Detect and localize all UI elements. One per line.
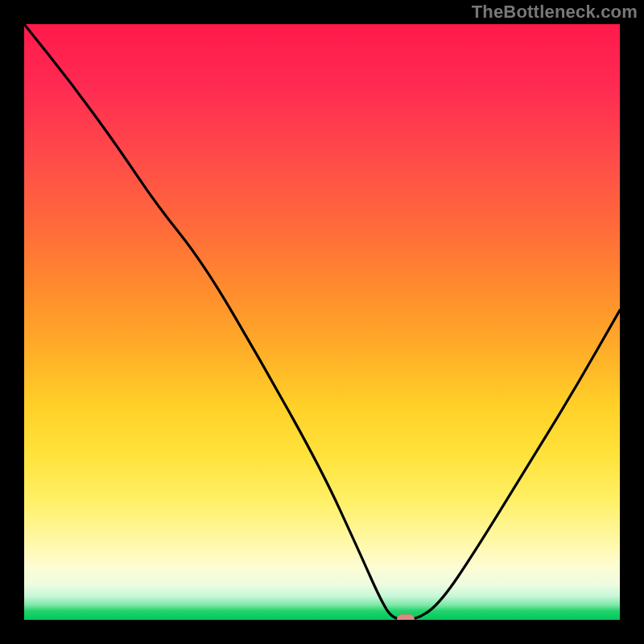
attribution-text: TheBottleneck.com xyxy=(472,2,638,23)
chart-frame: TheBottleneck.com xyxy=(0,0,644,644)
bottleneck-curve xyxy=(24,24,620,620)
bottleneck-curve-path xyxy=(24,24,620,620)
optimal-point-marker xyxy=(397,614,415,620)
plot-area xyxy=(24,24,620,620)
